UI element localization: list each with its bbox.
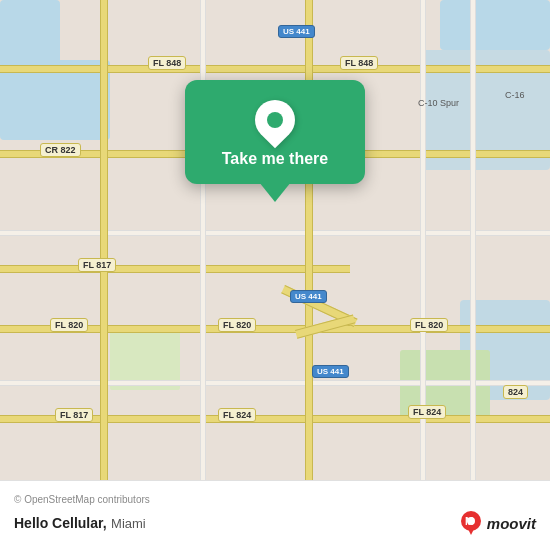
water-area-right (440, 0, 550, 50)
bottom-row: Hello Cellular, Miami M moovit (14, 509, 536, 537)
road-fl817-v (100, 0, 108, 480)
road-label-fl824-mid: FL 824 (218, 408, 256, 422)
road-minor-h1 (0, 230, 550, 236)
road-label-fl820-mid: FL 820 (218, 318, 256, 332)
road-label-us441-top: US 441 (278, 25, 315, 38)
road-minor-v3 (470, 0, 476, 480)
road-minor-v1 (200, 0, 206, 480)
road-label-824-far: 824 (503, 385, 528, 399)
popup-card[interactable]: Take me there (185, 80, 365, 184)
road-label-fl820-left: FL 820 (50, 318, 88, 332)
road-label-us441-mid: US 441 (290, 290, 327, 303)
moovit-logo: M moovit (459, 509, 536, 537)
place-city: Miami (111, 516, 146, 531)
moovit-text: moovit (487, 515, 536, 532)
popup-pin-inner (267, 112, 283, 128)
road-label-fl817-mid: FL 817 (78, 258, 116, 272)
road-label-us441-bot: US 441 (312, 365, 349, 378)
svg-text:M: M (465, 516, 473, 527)
road-label-fl820-right: FL 820 (410, 318, 448, 332)
road-label-c16: C-16 (505, 90, 525, 100)
map: FL 848 FL 848 CR 822 CR 822 FL 817 FL 81… (0, 0, 550, 480)
road-label-fl848-right: FL 848 (340, 56, 378, 70)
bottom-bar: © OpenStreetMap contributors Hello Cellu… (0, 480, 550, 550)
place-info: Hello Cellular, Miami (14, 514, 146, 532)
road-label-fl848-left: FL 848 (148, 56, 186, 70)
road-minor-h2 (0, 380, 550, 386)
road-fl848 (0, 65, 550, 73)
road-label-fl824-right: FL 824 (408, 405, 446, 419)
road-fl817-mid (0, 265, 350, 273)
road-us441-v (305, 0, 313, 480)
water-area (0, 0, 60, 65)
place-name: Hello Cellular, (14, 515, 107, 531)
road-label-c10spur: C-10 Spur (418, 98, 459, 108)
road-label-fl817-bot: FL 817 (55, 408, 93, 422)
popup-label: Take me there (222, 150, 328, 168)
moovit-pin-icon: M (459, 509, 483, 537)
map-attribution: © OpenStreetMap contributors (14, 494, 536, 505)
popup-pin-icon (247, 92, 304, 149)
road-label-cr822-left: CR 822 (40, 143, 81, 157)
